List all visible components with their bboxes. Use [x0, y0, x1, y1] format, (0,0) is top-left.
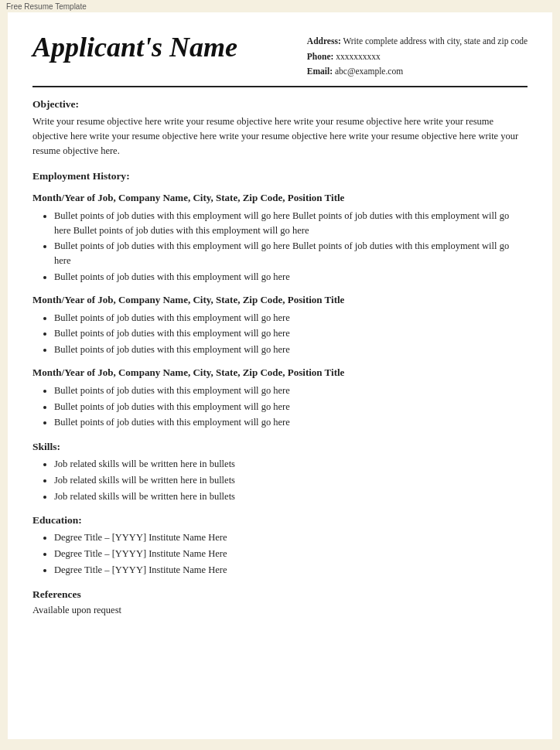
applicant-name-block: Applicant's Name	[32, 31, 237, 63]
address-value: Write complete address with city, state …	[343, 36, 528, 46]
contact-info-block: Address: Write complete address with cit…	[307, 31, 528, 80]
list-item: Bullet points of job duties with this em…	[54, 343, 528, 357]
list-item: Bullet points of job duties with this em…	[54, 311, 528, 326]
job-3-title: Month/Year of Job, Company Name, City, S…	[32, 366, 528, 379]
list-item: Bullet points of job duties with this em…	[54, 239, 528, 268]
education-title: Education:	[32, 514, 528, 527]
employment-title: Employment History:	[32, 170, 528, 182]
job-2: Month/Year of Job, Company Name, City, S…	[32, 294, 528, 357]
job-3: Month/Year of Job, Company Name, City, S…	[32, 366, 528, 430]
address-label: Address:	[307, 36, 341, 46]
resume-header: Applicant's Name Address: Write complete…	[32, 31, 528, 87]
objective-title: Objective:	[32, 98, 528, 111]
email-label: Email:	[307, 66, 333, 76]
list-item: Degree Title – [YYYY] Institute Name Her…	[54, 563, 528, 578]
skills-title: Skills:	[32, 441, 528, 453]
skills-section: Skills: Job related skills will be writt…	[32, 441, 528, 503]
email-value: abc@example.com	[335, 66, 403, 76]
references-title: References	[32, 588, 528, 601]
job-1-bullets: Bullet points of job duties with this em…	[54, 209, 528, 285]
employment-section: Employment History: Month/Year of Job, C…	[32, 170, 528, 430]
list-item: Bullet points of job duties with this em…	[54, 326, 528, 341]
list-item: Bullet points of job duties with this em…	[54, 415, 528, 430]
list-item: Bullet points of job duties with this em…	[54, 384, 528, 398]
list-item: Job related skills will be written here …	[54, 473, 528, 488]
education-bullets: Degree Title – [YYYY] Institute Name Her…	[54, 530, 528, 577]
education-section: Education: Degree Title – [YYYY] Institu…	[32, 514, 528, 577]
address-line: Address: Write complete address with cit…	[307, 34, 528, 49]
phone-label: Phone:	[307, 52, 334, 61]
applicant-name: Applicant's Name	[32, 31, 237, 63]
job-1-title: Month/Year of Job, Company Name, City, S…	[32, 192, 528, 204]
objective-text: Write your resume objective here write y…	[32, 114, 528, 159]
email-line: Email: abc@example.com	[307, 64, 528, 80]
job-2-title: Month/Year of Job, Company Name, City, S…	[32, 294, 528, 306]
list-item: Bullet points of job duties with this em…	[54, 209, 528, 238]
list-item: Job related skills will be written here …	[54, 489, 528, 504]
job-3-bullets: Bullet points of job duties with this em…	[54, 384, 528, 430]
job-1: Month/Year of Job, Company Name, City, S…	[32, 192, 528, 285]
watermark-bar: Free Resume Template	[0, 0, 560, 12]
list-item: Bullet points of job duties with this em…	[54, 400, 528, 414]
references-section: References Available upon request	[32, 588, 528, 616]
list-item: Job related skills will be written here …	[54, 457, 528, 472]
references-text: Available upon request	[32, 605, 528, 616]
phone-value: xxxxxxxxxx	[336, 52, 381, 61]
phone-line: Phone: xxxxxxxxxx	[307, 49, 528, 65]
list-item: Degree Title – [YYYY] Institute Name Her…	[54, 547, 528, 561]
objective-section: Objective: Write your resume objective h…	[32, 98, 528, 159]
list-item: Bullet points of job duties with this em…	[54, 270, 528, 285]
resume-page: Applicant's Name Address: Write complete…	[8, 12, 552, 739]
watermark-text: Free Resume Template	[0, 0, 93, 14]
job-2-bullets: Bullet points of job duties with this em…	[54, 311, 528, 357]
skills-bullets: Job related skills will be written here …	[54, 457, 528, 503]
list-item: Degree Title – [YYYY] Institute Name Her…	[54, 530, 528, 545]
